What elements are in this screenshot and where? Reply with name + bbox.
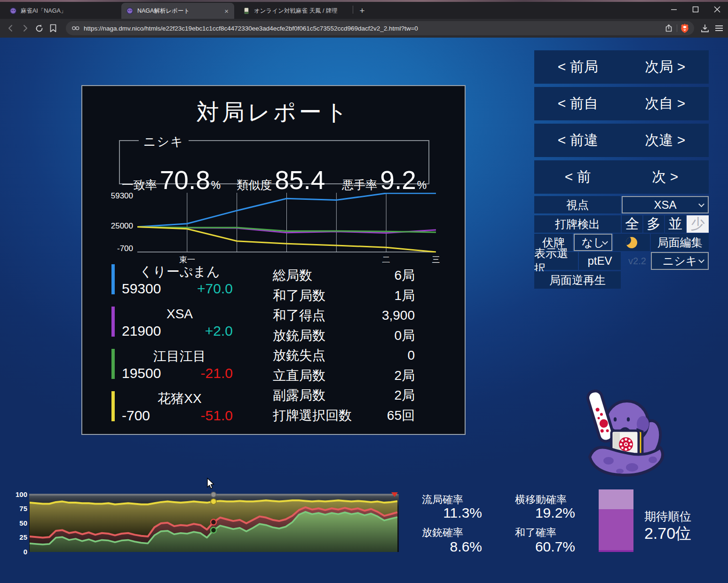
prob-ytick: 100 bbox=[8, 490, 27, 498]
player-score: 21900 bbox=[122, 323, 161, 339]
stat-value: 8.6% bbox=[422, 539, 482, 555]
menu-icon[interactable] bbox=[712, 21, 726, 35]
stat-label: 放銃確率 bbox=[422, 526, 463, 540]
next-mismatch-button[interactable]: 次違 > bbox=[622, 124, 709, 157]
forward-icon[interactable] bbox=[18, 21, 32, 35]
prev-kyoku-button[interactable]: < 前局 bbox=[534, 50, 622, 84]
score-xtick: 二 bbox=[372, 254, 400, 265]
next-kyoku-button[interactable]: 次局 > bbox=[622, 50, 709, 84]
prev-button[interactable]: < 前 bbox=[534, 160, 622, 194]
player-list: くりーぷまん 59300+70.0 XSA 21900+2.0 江目江目 195… bbox=[111, 263, 239, 433]
stat-value: 1局 bbox=[394, 286, 415, 306]
tab-tenhou[interactable]: オンライン対戦麻雀 天鳳 / 牌理 bbox=[238, 3, 352, 19]
model-value: ニシキ bbox=[663, 253, 697, 268]
tab-naga-report[interactable]: NAGA解析レポート × bbox=[121, 3, 234, 19]
table-row: 打牌選択回数65回 bbox=[273, 406, 415, 426]
dahai-detect-many[interactable]: 多 bbox=[643, 215, 664, 233]
score-xtick: 三 bbox=[422, 254, 450, 265]
chevron-down-icon bbox=[698, 257, 704, 263]
player-row: くりーぷまん 59300+70.0 bbox=[111, 263, 239, 299]
rank-bar-segment-mid bbox=[599, 509, 633, 550]
stat-label: 総局数 bbox=[273, 266, 312, 286]
player-delta: -51.0 bbox=[201, 407, 233, 424]
ptev-button[interactable]: ptEV bbox=[579, 252, 621, 270]
naga-snake-mascot bbox=[581, 386, 675, 478]
mouse-cursor bbox=[206, 478, 216, 490]
player-color-bar bbox=[111, 264, 115, 294]
dahai-detect-few[interactable]: 少 bbox=[687, 215, 709, 233]
bookmark-icon[interactable] bbox=[46, 21, 60, 35]
tab-strip: 麻雀AI「NAGA」 NAGA解析レポート × オンライン対戦麻雀 天鳳 / 牌… bbox=[0, 0, 728, 19]
stat-label: 立直局数 bbox=[273, 366, 325, 386]
match-rate: 一致率 70.8 % bbox=[122, 167, 221, 193]
next-self-button[interactable]: 次自 > bbox=[622, 87, 709, 120]
naga-snake-favicon bbox=[9, 7, 17, 15]
tab-title: NAGA解析レポート bbox=[137, 7, 220, 15]
stat-value: 0 bbox=[407, 346, 415, 366]
window-top-edge bbox=[0, 0, 728, 2]
nav-row-step: < 前 次 > bbox=[534, 160, 709, 194]
bad-move-rate: 悪手率 9.2 % bbox=[342, 167, 427, 193]
player-name: XSA bbox=[120, 306, 239, 323]
reverse-play-button[interactable]: 局面逆再生 bbox=[534, 271, 621, 289]
prev-mismatch-button[interactable]: < 前違 bbox=[534, 124, 622, 157]
share-icon[interactable] bbox=[665, 24, 674, 32]
stat-value: 85.4 bbox=[275, 167, 325, 193]
new-tab-button[interactable]: + bbox=[356, 4, 369, 17]
fusehai-select[interactable]: なし bbox=[574, 234, 612, 251]
table-row: 放銃局数0局 bbox=[273, 326, 415, 346]
site-info-icon[interactable] bbox=[71, 25, 80, 32]
table-row: 総局数6局 bbox=[273, 266, 415, 286]
player-name: 花猪XX bbox=[120, 390, 239, 407]
url-text[interactable]: https://naga.dmv.nico/htmls/e22f23c19ebc… bbox=[84, 25, 665, 32]
tab-close-icon[interactable]: × bbox=[223, 7, 229, 15]
reload-icon[interactable] bbox=[32, 21, 46, 35]
close-window-button[interactable] bbox=[706, 0, 728, 19]
download-icon[interactable] bbox=[698, 21, 712, 35]
player-summary-box: ニシキ 一致率 70.8 % 類似度 85.4 悪手率 9.2 bbox=[119, 140, 429, 184]
expected-rank-value: 2.70位 bbox=[637, 523, 698, 544]
similarity: 類似度 85.4 bbox=[237, 167, 326, 193]
stat-value: 9.2 bbox=[380, 167, 416, 193]
next-button[interactable]: 次 > bbox=[622, 160, 709, 194]
viewpoint-select[interactable]: XSA bbox=[622, 196, 709, 213]
tab-divider bbox=[353, 6, 353, 14]
viewpoint-label: 視点 bbox=[534, 196, 621, 213]
fusehai-value: なし bbox=[581, 235, 604, 250]
tab-naga-home[interactable]: 麻雀AI「NAGA」 bbox=[5, 3, 118, 19]
stat-unit: % bbox=[211, 179, 221, 192]
night-mode-button[interactable] bbox=[613, 234, 650, 251]
prev-self-button[interactable]: < 前自 bbox=[534, 87, 622, 120]
nav-row-mismatch: < 前違 次違 > bbox=[534, 124, 709, 157]
minimize-button[interactable] bbox=[663, 0, 685, 19]
stat-value: 2局 bbox=[394, 386, 415, 406]
table-row: 放銃失点0 bbox=[273, 346, 415, 366]
player-delta: -21.0 bbox=[201, 365, 233, 382]
back-icon[interactable] bbox=[4, 21, 18, 35]
url-bar[interactable]: https://naga.dmv.nico/htmls/e22f23c19ebc… bbox=[66, 21, 694, 35]
brave-shield-icon[interactable] bbox=[680, 23, 689, 33]
stat-value: 60.7% bbox=[515, 539, 575, 555]
player-row: 江目江目 19500-21.0 bbox=[111, 348, 239, 384]
player-row: XSA 21900+2.0 bbox=[111, 306, 239, 341]
version-label: v2.2 bbox=[625, 252, 649, 270]
dahai-detect-all[interactable]: 全 bbox=[622, 215, 642, 233]
player-score: 59300 bbox=[122, 280, 161, 297]
dahai-detect-normal[interactable]: 並 bbox=[665, 215, 686, 233]
stat-label: 副露局数 bbox=[273, 386, 325, 406]
player-score: -700 bbox=[122, 407, 150, 424]
model-select[interactable]: ニシキ bbox=[651, 252, 709, 270]
display-select-button[interactable]: 表示選択 bbox=[534, 252, 578, 270]
score-ytick: 59300 bbox=[90, 191, 133, 201]
probability-area-chart[interactable] bbox=[29, 492, 399, 555]
summary-legend: ニシキ bbox=[139, 134, 189, 150]
stat-value: 65回 bbox=[387, 406, 415, 426]
board-edit-button[interactable]: 局面編集 bbox=[651, 234, 709, 251]
stat-value: 0局 bbox=[394, 326, 415, 346]
game-stats-table: 総局数6局 和了局数1局 和了得点3,900 放銃局数0局 放銃失点0 立直局数… bbox=[273, 266, 415, 425]
divider bbox=[677, 24, 677, 32]
stat-value: 19.2% bbox=[515, 505, 575, 521]
maximize-button[interactable] bbox=[685, 0, 706, 19]
player-score: 19500 bbox=[122, 365, 161, 382]
player-row: 花猪XX -700-51.0 bbox=[111, 390, 239, 426]
